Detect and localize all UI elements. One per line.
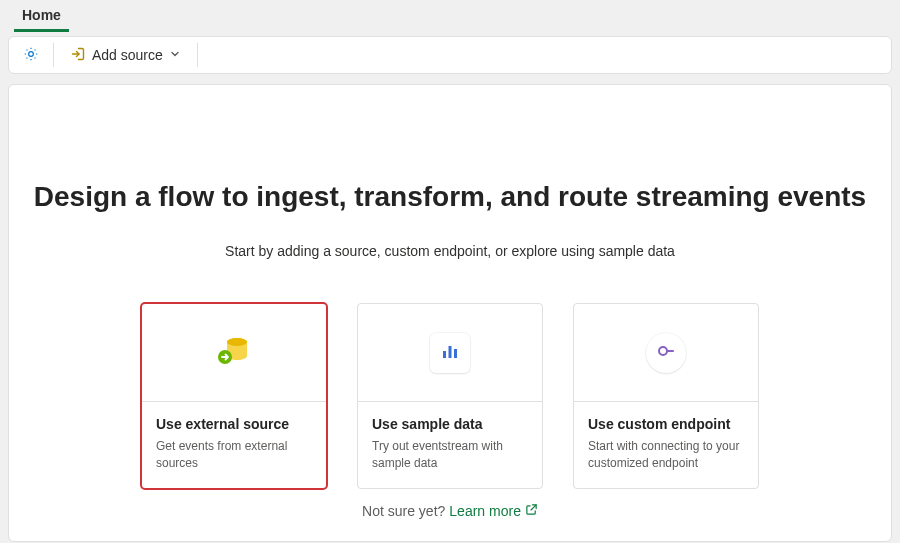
card-desc: Get events from external sources — [156, 438, 312, 472]
bar-chart-icon — [440, 341, 460, 364]
external-link-icon — [525, 503, 538, 519]
learn-more-row: Not sure yet? Learn more — [362, 503, 538, 519]
card-icon-zone — [358, 304, 542, 402]
toolbar-divider — [53, 43, 54, 67]
card-title: Use external source — [156, 416, 312, 432]
icon-chip — [646, 333, 686, 373]
page-headline: Design a flow to ingest, transform, and … — [34, 181, 866, 213]
toolbar-divider — [197, 43, 198, 67]
main-panel: Design a flow to ingest, transform, and … — [8, 84, 892, 542]
svg-point-0 — [29, 51, 34, 56]
card-icon-zone — [142, 304, 326, 402]
card-body: Use custom endpoint Start with connectin… — [574, 402, 758, 488]
card-sample-data[interactable]: Use sample data Try out eventstream with… — [357, 303, 543, 489]
svg-rect-5 — [449, 346, 452, 358]
add-source-label: Add source — [92, 47, 163, 63]
card-desc: Try out eventstream with sample data — [372, 438, 528, 472]
card-body: Use external source Get events from exte… — [142, 402, 326, 488]
chevron-down-icon — [169, 47, 181, 63]
learn-more-link[interactable]: Learn more — [449, 503, 538, 519]
card-custom-endpoint[interactable]: Use custom endpoint Start with connectin… — [573, 303, 759, 489]
tab-home[interactable]: Home — [14, 1, 69, 32]
card-desc: Start with connecting to your customized… — [588, 438, 744, 472]
card-icon-zone — [574, 304, 758, 402]
page-subhead: Start by adding a source, custom endpoin… — [225, 243, 675, 259]
card-external-source[interactable]: Use external source Get events from exte… — [141, 303, 327, 489]
card-body: Use sample data Try out eventstream with… — [358, 402, 542, 488]
learn-more-label: Learn more — [449, 503, 521, 519]
add-source-icon — [70, 46, 86, 65]
gear-icon — [22, 45, 40, 66]
svg-point-2 — [227, 338, 247, 346]
add-source-button[interactable]: Add source — [62, 42, 189, 69]
tab-strip: Home — [0, 0, 900, 32]
database-arrow-icon — [212, 329, 256, 376]
svg-point-7 — [659, 347, 667, 355]
icon-chip — [430, 333, 470, 373]
toolbar: Add source — [8, 36, 892, 74]
card-title: Use sample data — [372, 416, 528, 432]
settings-button[interactable] — [17, 41, 45, 69]
option-cards: Use external source Get events from exte… — [141, 303, 759, 489]
svg-rect-6 — [454, 349, 457, 358]
card-title: Use custom endpoint — [588, 416, 744, 432]
svg-rect-4 — [443, 351, 446, 358]
not-sure-text: Not sure yet? — [362, 503, 445, 519]
endpoint-icon — [656, 341, 676, 364]
